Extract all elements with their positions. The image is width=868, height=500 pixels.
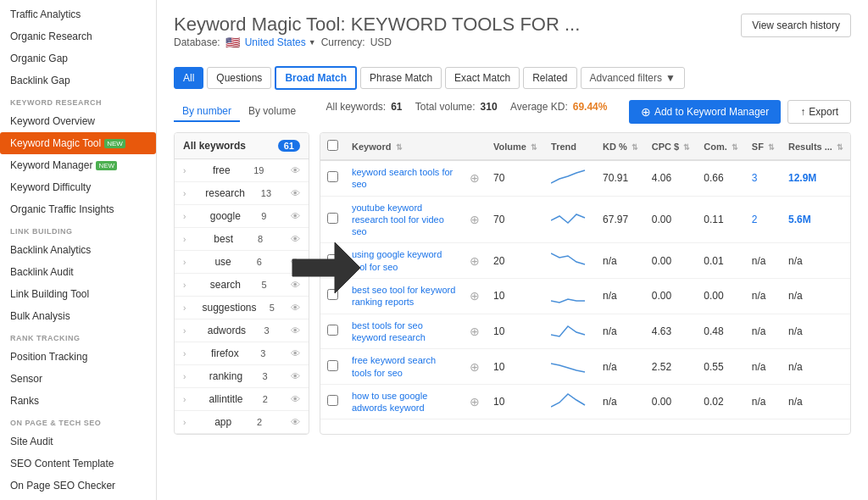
- sidebar-item-backlink-gap[interactable]: Backlink Gap: [0, 69, 156, 92]
- keyword-link[interactable]: best tools for seo keyword research: [352, 320, 426, 342]
- add-to-keyword-manager-button[interactable]: ⊕ Add to Keyword Manager: [629, 100, 781, 124]
- row-checkbox[interactable]: [327, 254, 338, 265]
- eye-icon[interactable]: 👁: [291, 348, 300, 358]
- add-cell[interactable]: ⊕: [463, 160, 487, 196]
- add-cell[interactable]: ⊕: [463, 349, 487, 385]
- keyword-link[interactable]: free keyword search tools for seo: [352, 355, 436, 377]
- view-history-button[interactable]: View search history: [741, 14, 851, 37]
- keyword-group-item[interactable]: › suggestions 5 👁: [175, 297, 309, 319]
- row-checkbox[interactable]: [327, 213, 338, 224]
- sidebar-item-site-audit[interactable]: Site Audit: [0, 431, 156, 453]
- eye-icon[interactable]: 👁: [291, 417, 300, 427]
- eye-icon[interactable]: 👁: [291, 188, 300, 198]
- add-icon[interactable]: ⊕: [470, 171, 480, 185]
- eye-icon[interactable]: 👁: [291, 211, 300, 221]
- sf-cell[interactable]: 3: [745, 160, 782, 196]
- volume-column-header[interactable]: Volume ⇅: [487, 133, 544, 160]
- eye-icon[interactable]: 👁: [291, 303, 300, 313]
- keyword-group-item[interactable]: › ranking 3 👁: [175, 365, 309, 388]
- add-cell[interactable]: ⊕: [463, 279, 487, 314]
- eye-icon[interactable]: 👁: [291, 280, 300, 290]
- sf-cell[interactable]: 2: [745, 196, 782, 243]
- add-cell[interactable]: ⊕: [463, 243, 487, 279]
- add-cell[interactable]: ⊕: [463, 384, 487, 419]
- filter-exact-match-button[interactable]: Exact Match: [445, 67, 520, 89]
- keyword-group-item[interactable]: › google 9 👁: [175, 205, 309, 228]
- keyword-link[interactable]: best seo tool for keyword ranking report…: [352, 285, 455, 307]
- keyword-link[interactable]: using google keyword tool for seo: [352, 249, 442, 271]
- row-checkbox[interactable]: [327, 395, 338, 406]
- keyword-link[interactable]: keyword search tools for seo: [352, 167, 453, 189]
- sidebar-item-keyword-overview[interactable]: Keyword Overview: [0, 110, 156, 132]
- row-checkbox-cell[interactable]: [320, 314, 345, 349]
- add-cell[interactable]: ⊕: [463, 314, 487, 349]
- select-all-header[interactable]: [320, 133, 345, 160]
- filter-questions-button[interactable]: Questions: [207, 67, 271, 89]
- row-checkbox[interactable]: [327, 171, 338, 182]
- add-icon[interactable]: ⊕: [470, 254, 480, 268]
- sidebar-item-seo-content-template[interactable]: SEO Content Template: [0, 453, 156, 475]
- sf-column-header[interactable]: SF ⇅: [745, 133, 782, 160]
- trend-column-header[interactable]: Trend: [544, 133, 596, 160]
- select-all-checkbox[interactable]: [327, 140, 338, 151]
- eye-icon[interactable]: 👁: [291, 394, 300, 404]
- filter-phrase-match-button[interactable]: Phrase Match: [360, 67, 442, 89]
- sf-link[interactable]: 2: [752, 214, 758, 225]
- row-checkbox-cell[interactable]: [320, 279, 345, 314]
- sidebar-item-ranks[interactable]: Ranks: [0, 390, 156, 412]
- sf-cell[interactable]: n/a: [745, 314, 782, 349]
- sidebar-item-backlink-audit[interactable]: Backlink Audit: [0, 261, 156, 283]
- com-column-header[interactable]: Com. ⇅: [697, 133, 745, 160]
- sidebar-item-keyword-magic-tool[interactable]: Keyword Magic Tool NEW: [0, 132, 156, 154]
- row-checkbox[interactable]: [327, 360, 338, 371]
- row-checkbox-cell[interactable]: [320, 160, 345, 196]
- keyword-link[interactable]: how to use google adwords keyword: [352, 391, 427, 413]
- db-dropdown[interactable]: United States ▼: [245, 36, 316, 48]
- eye-icon[interactable]: 👁: [291, 371, 300, 381]
- sidebar-item-organic-traffic-insights[interactable]: Organic Traffic Insights: [0, 198, 156, 220]
- keyword-link[interactable]: youtube keyword research tool for video …: [352, 203, 444, 237]
- add-icon[interactable]: ⊕: [470, 213, 480, 226]
- export-button[interactable]: ↑ Export: [787, 100, 851, 124]
- keyword-group-item[interactable]: › search 5 👁: [175, 274, 309, 297]
- add-icon[interactable]: ⊕: [470, 289, 480, 303]
- sidebar-item-backlink-analytics[interactable]: Backlink Analytics: [0, 239, 156, 261]
- keyword-group-item[interactable]: › app 2 👁: [175, 411, 309, 434]
- eye-icon[interactable]: 👁: [291, 234, 300, 244]
- sidebar-item-bulk-analysis[interactable]: Bulk Analysis: [0, 305, 156, 327]
- sidebar-item-link-building-tool[interactable]: Link Building Tool: [0, 283, 156, 305]
- sidebar-item-keyword-difficulty[interactable]: Keyword Difficulty: [0, 176, 156, 198]
- row-checkbox-cell[interactable]: [320, 349, 345, 385]
- sidebar-item-on-page-seo-checker[interactable]: On Page SEO Checker: [0, 475, 156, 497]
- sf-cell[interactable]: n/a: [745, 349, 782, 385]
- keyword-group-item[interactable]: › adwords 3 👁: [175, 319, 309, 342]
- filter-related-button[interactable]: Related: [523, 67, 576, 89]
- row-checkbox[interactable]: [327, 325, 338, 336]
- row-checkbox[interactable]: [327, 289, 338, 300]
- eye-icon[interactable]: 👁: [291, 165, 300, 175]
- sidebar-item-sensor[interactable]: Sensor: [0, 368, 156, 390]
- row-checkbox-cell[interactable]: [320, 196, 345, 243]
- cpc-column-header[interactable]: CPC $ ⇅: [645, 133, 697, 160]
- row-checkbox-cell[interactable]: [320, 243, 345, 279]
- keyword-group-item[interactable]: › firefox 3 👁: [175, 342, 309, 365]
- eye-icon[interactable]: 👁: [291, 257, 300, 267]
- sf-cell[interactable]: n/a: [745, 384, 782, 419]
- sf-cell[interactable]: n/a: [745, 279, 782, 314]
- sidebar-item-organic-gap[interactable]: Organic Gap: [0, 47, 156, 69]
- keyword-column-header[interactable]: Keyword ⇅: [345, 133, 463, 160]
- sort-by-volume-tab[interactable]: By volume: [240, 102, 304, 122]
- results-column-header[interactable]: Results ... ⇅: [782, 133, 850, 160]
- keyword-group-item[interactable]: › research 13 👁: [175, 182, 309, 205]
- add-icon[interactable]: ⊕: [470, 325, 480, 338]
- filter-broad-match-button[interactable]: Broad Match: [275, 66, 357, 90]
- keyword-group-item[interactable]: › allintitle 2 👁: [175, 388, 309, 411]
- sidebar-item-traffic-analytics[interactable]: Traffic Analytics: [0, 3, 156, 25]
- add-icon[interactable]: ⊕: [470, 360, 480, 374]
- sf-cell[interactable]: n/a: [745, 243, 782, 279]
- filter-all-button[interactable]: All: [174, 67, 203, 89]
- sort-by-number-tab[interactable]: By number: [174, 102, 240, 122]
- eye-icon[interactable]: 👁: [291, 325, 300, 336]
- keyword-group-item[interactable]: › use 6 👁: [175, 251, 309, 274]
- sidebar-item-log-file-analyzer[interactable]: Log File Analyzer: [0, 497, 156, 500]
